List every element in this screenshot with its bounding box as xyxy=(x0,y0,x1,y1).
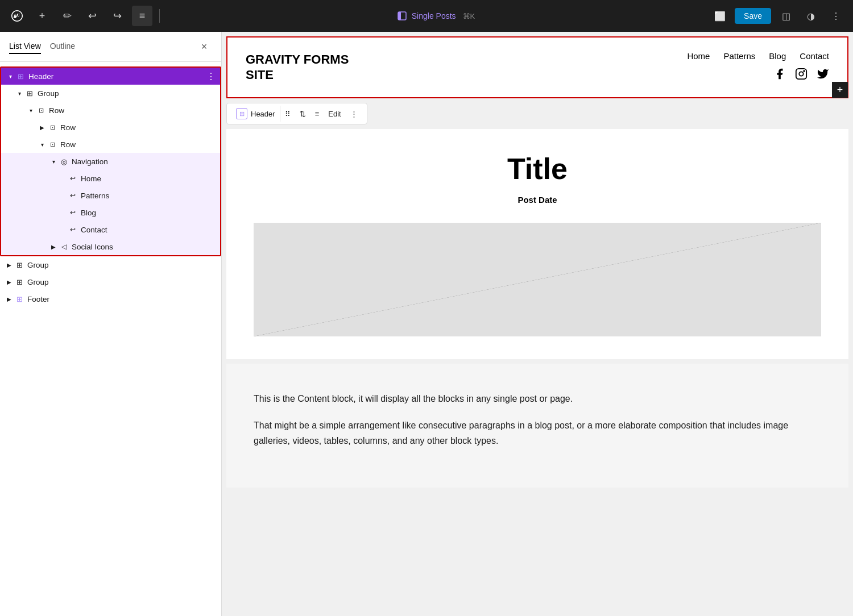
content-block-section: This is the Content block, it will displ… xyxy=(226,364,848,488)
toolbar-right: ⬜ Save ◫ ◑ ⋮ xyxy=(710,6,846,26)
chevron-icon: ▶ xyxy=(5,294,14,303)
social-icons xyxy=(773,68,829,84)
post-preview: Title Post Date xyxy=(226,129,848,359)
tree-item-patterns[interactable]: ▶ ↩ Patterns xyxy=(1,187,220,204)
instagram-icon[interactable] xyxy=(795,68,808,84)
panel-tabs: List View Outline xyxy=(9,39,75,54)
tree-label-patterns: Patterns xyxy=(78,192,216,200)
nav-links: Home Patterns Blog Contact xyxy=(687,51,829,61)
drag-handle-btn[interactable]: ⠿ xyxy=(280,107,295,120)
tree-label-row-3: Row xyxy=(58,140,216,149)
shortcut-hint: ⌘K xyxy=(463,12,475,20)
more-options-btn[interactable]: ⋮ xyxy=(346,107,362,120)
row-block-icon-2: ⊡ xyxy=(47,122,58,133)
chevron-icon: ▶ xyxy=(49,242,58,251)
chevron-icon: ▾ xyxy=(26,106,35,115)
tree-label-group-1: Group xyxy=(35,89,216,98)
group-block-icon-2: ⊞ xyxy=(14,259,25,270)
chevron-icon: ▶ xyxy=(38,123,47,132)
block-toolbar: ⊞ Header ⠿ ⇅ ≡ Edit ⋮ xyxy=(226,103,367,124)
nav-link-icon-2: ↩ xyxy=(67,190,78,201)
tree-item-group-3[interactable]: ▶ ⊞ Group xyxy=(0,273,221,290)
row-block-icon: ⊡ xyxy=(35,105,47,116)
tab-list-view[interactable]: List View xyxy=(9,39,41,54)
tree-item-contact[interactable]: ▶ ↩ Contact xyxy=(1,221,220,238)
tree-item-blog[interactable]: ▶ ↩ Blog xyxy=(1,204,220,221)
tree-item-row-2[interactable]: ▶ ⊡ Row xyxy=(1,119,220,136)
facebook-icon[interactable] xyxy=(773,68,786,84)
contrast-btn[interactable]: ◑ xyxy=(801,6,821,26)
tree: ▾ ⊞ Header ⋮ ▾ ⊞ Group ▾ ⊡ Row xyxy=(0,62,221,616)
save-button[interactable]: Save xyxy=(735,8,771,24)
tree-label-header: Header xyxy=(26,72,206,81)
layout-btn[interactable]: ◫ xyxy=(776,6,796,26)
tree-label-group-2: Group xyxy=(25,261,217,269)
edit-btn[interactable]: Edit xyxy=(324,107,345,120)
tree-item-row-1[interactable]: ▾ ⊡ Row xyxy=(1,102,220,119)
twitter-icon[interactable] xyxy=(817,68,829,84)
post-date: Post Date xyxy=(254,195,821,205)
tree-item-navigation[interactable]: ▾ ◎ Navigation xyxy=(1,153,220,170)
chevron-icon: ▾ xyxy=(15,89,24,98)
footer-block-icon: ⊞ xyxy=(14,293,25,305)
nav-link-patterns[interactable]: Patterns xyxy=(723,51,755,61)
tree-item-footer[interactable]: ▶ ⊞ Footer xyxy=(0,290,221,307)
nav-link-blog[interactable]: Blog xyxy=(769,51,786,61)
tree-item-row-3[interactable]: ▾ ⊡ Row xyxy=(1,136,220,153)
tree-item-group-1[interactable]: ▾ ⊞ Group xyxy=(1,85,220,102)
chevron-icon: ▶ xyxy=(5,260,14,269)
tree-item-header[interactable]: ▾ ⊞ Header ⋮ xyxy=(1,68,220,85)
more-btn[interactable]: ⋮ xyxy=(826,6,846,26)
svg-point-3 xyxy=(799,72,803,76)
tree-label-contact: Contact xyxy=(78,226,216,234)
tree-item-home[interactable]: ▶ ↩ Home xyxy=(1,170,220,187)
add-block-toolbar-btn[interactable]: + xyxy=(32,6,52,26)
pencil-btn[interactable]: ✏ xyxy=(57,6,77,26)
redo-btn[interactable]: ↪ xyxy=(107,6,127,26)
row-block-icon-3: ⊡ xyxy=(47,139,58,150)
tab-outline[interactable]: Outline xyxy=(50,39,75,54)
block-type-indicator: ⊞ Header xyxy=(231,106,280,122)
header-actions[interactable]: ⋮ xyxy=(206,71,216,82)
header-right: Home Patterns Blog Contact xyxy=(687,51,829,84)
group-block-icon: ⊞ xyxy=(24,88,35,99)
tree-label-row-2: Row xyxy=(58,123,216,132)
nav-link-icon-4: ↩ xyxy=(67,224,78,235)
nav-link-icon-3: ↩ xyxy=(67,207,78,218)
block-name-label: Header xyxy=(251,110,275,118)
main-area: List View Outline × ▾ ⊞ Header ⋮ ▾ ⊞ xyxy=(0,32,853,616)
toolbar-separator xyxy=(159,9,160,23)
preview-wrapper: GRAVITY FORMS SITE Home Patterns Blog Co… xyxy=(222,36,853,488)
content-area: GRAVITY FORMS SITE Home Patterns Blog Co… xyxy=(222,32,853,616)
chevron-icon: ▾ xyxy=(49,157,58,166)
desktop-view-btn[interactable]: ⬜ xyxy=(710,6,730,26)
tree-label-group-3: Group xyxy=(25,278,217,286)
template-pill[interactable]: Single Posts xyxy=(397,11,456,21)
panel-header: List View Outline × xyxy=(0,32,221,62)
move-up-down-btn[interactable]: ⇅ xyxy=(295,107,310,120)
tree-label-row-1: Row xyxy=(47,106,216,115)
template-name: Single Posts xyxy=(412,11,456,20)
svg-point-4 xyxy=(804,70,805,72)
chevron-icon: ▾ xyxy=(38,140,47,149)
undo-btn[interactable]: ↩ xyxy=(82,6,102,26)
tree-label-home: Home xyxy=(78,174,216,183)
content-paragraph-1: This is the Content block, it will displ… xyxy=(254,391,821,406)
tree-item-group-2[interactable]: ▶ ⊞ Group xyxy=(0,256,221,273)
tree-item-social-icons[interactable]: ▶ ◁ Social Icons xyxy=(1,238,220,255)
preview-header-container: GRAVITY FORMS SITE Home Patterns Blog Co… xyxy=(226,36,848,98)
add-block-btn[interactable]: + xyxy=(832,82,848,98)
nav-link-icon: ↩ xyxy=(67,173,78,184)
content-paragraph-2: That might be a simple arrangement like … xyxy=(254,418,821,448)
list-view-btn[interactable]: ≡ xyxy=(132,6,152,26)
header-block-type-icon: ⊞ xyxy=(236,108,247,119)
svg-rect-2 xyxy=(796,69,806,79)
nav-link-contact[interactable]: Contact xyxy=(800,51,829,61)
nav-link-home[interactable]: Home xyxy=(687,51,710,61)
chevron-icon: ▾ xyxy=(6,72,15,81)
panel-close-btn[interactable]: × xyxy=(196,39,212,55)
top-toolbar: + ✏ ↩ ↪ ≡ Single Posts ⌘K ⬜ Save ◫ ◑ ⋮ xyxy=(0,0,853,32)
preview-header: GRAVITY FORMS SITE Home Patterns Blog Co… xyxy=(227,38,847,97)
wp-logo[interactable] xyxy=(7,6,27,26)
align-btn[interactable]: ≡ xyxy=(310,107,324,120)
